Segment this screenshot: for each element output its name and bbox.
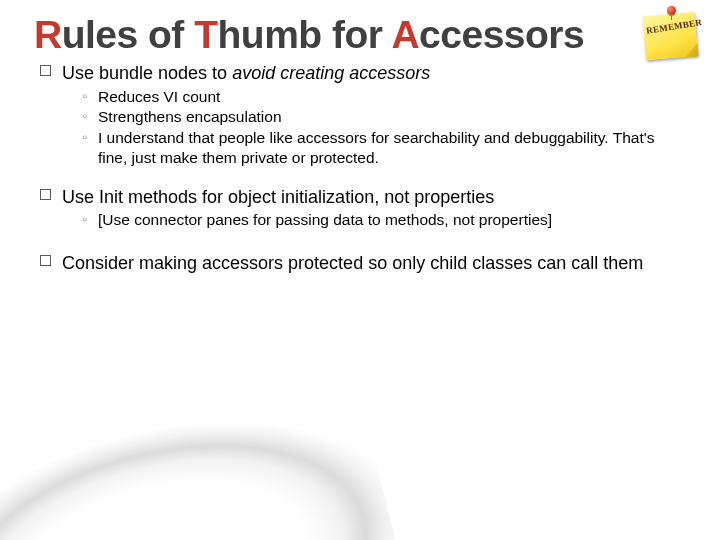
bullet-3: Consider making accessors protected so o… — [40, 252, 686, 275]
slide-body: Use bundle nodes to avoid creating acces… — [40, 62, 686, 275]
bullet-1-sublist: Reduces VI count Strengthens encapsulati… — [82, 87, 686, 168]
pushpin-icon — [667, 6, 676, 15]
bullet-3-text: Consider making accessors protected so o… — [62, 253, 643, 273]
bullet-2: Use Init methods for object initializati… — [40, 186, 686, 209]
bullet-2-sublist: [Use connector panes for passing data to… — [82, 210, 686, 230]
slide: REMEMBER Rules of Thumb for Accessors Us… — [0, 0, 720, 540]
decorative-swoosh — [0, 362, 433, 540]
bullet-square-icon — [40, 65, 51, 76]
remember-sticky-icon: REMEMBER — [640, 4, 702, 64]
bullet-1: Use bundle nodes to avoid creating acces… — [40, 62, 686, 85]
bullet-square-icon — [40, 189, 51, 200]
bullet-square-icon — [40, 255, 51, 266]
sub-bullet: Strengthens encapsulation — [82, 107, 686, 127]
sub-bullet: [Use connector panes for passing data to… — [82, 210, 686, 230]
sub-bullet: I understand that people like accessors … — [82, 128, 686, 168]
slide-title: Rules of Thumb for Accessors — [34, 14, 686, 56]
bullet-2-text: Use Init methods for object initializati… — [62, 187, 494, 207]
bullet-1-text-italic: avoid creating accessors — [232, 63, 430, 83]
sub-bullet: Reduces VI count — [82, 87, 686, 107]
bullet-1-text-lead: Use bundle nodes to — [62, 63, 232, 83]
